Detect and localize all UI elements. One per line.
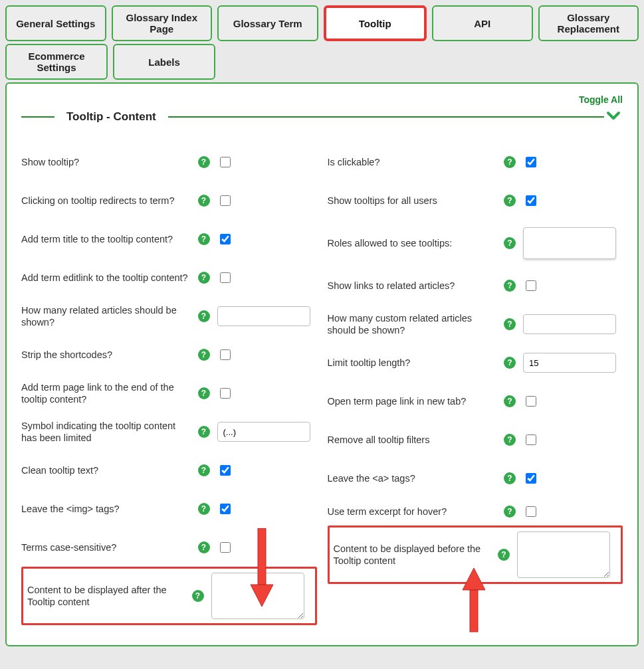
help-icon[interactable]: ?: [504, 357, 516, 369]
label: Add term title to the tooltip content?: [21, 233, 191, 245]
add-pagelink-checkbox[interactable]: [220, 388, 231, 399]
label: Show links to related articles?: [328, 280, 497, 292]
tab-glossary-replacement[interactable]: Glossary Replacement: [538, 5, 639, 41]
tabs-row-2: Ecommerce Settings Labels: [5, 44, 639, 80]
help-icon[interactable]: ?: [198, 503, 210, 515]
help-icon[interactable]: ?: [198, 233, 210, 245]
content-before-textarea[interactable]: [517, 531, 610, 578]
label: Terms case-sensitive?: [21, 541, 191, 553]
limit-length-input[interactable]: [523, 353, 616, 373]
limit-symbol-input[interactable]: [217, 422, 310, 442]
svg-rect-0: [258, 528, 266, 585]
roles-textarea[interactable]: [523, 227, 616, 259]
label: Clicking on tooltip redirects to term?: [21, 195, 191, 207]
help-icon[interactable]: ?: [192, 590, 204, 602]
help-icon[interactable]: ?: [504, 472, 516, 484]
label: Symbol indicating the tooltip content ha…: [21, 420, 191, 444]
help-icon[interactable]: ?: [198, 195, 210, 207]
help-icon[interactable]: ?: [504, 195, 516, 207]
settings-grid: Show tooltip?? Clicking on tooltip redir…: [21, 143, 623, 625]
label: Use term excerpt for hover?: [328, 506, 497, 518]
case-sensitive-checkbox[interactable]: [220, 542, 231, 553]
help-icon[interactable]: ?: [198, 349, 210, 361]
toggle-all-link[interactable]: Toggle All: [21, 94, 623, 105]
svg-rect-5: [470, 590, 478, 632]
related-count-input[interactable]: [217, 306, 310, 326]
label: Add term page link to the end of the too…: [21, 381, 191, 405]
label: Content to be displayed before the Toolt…: [334, 543, 491, 567]
divider: [21, 116, 54, 118]
help-icon[interactable]: ?: [198, 156, 210, 168]
tab-tooltip[interactable]: Tooltip: [324, 5, 427, 41]
label: Show tooltip?: [21, 156, 191, 168]
tab-ecommerce-settings[interactable]: Ecommerce Settings: [5, 44, 108, 80]
help-icon[interactable]: ?: [504, 280, 516, 292]
label: Leave the <a> tags?: [328, 472, 497, 484]
strip-shortcodes-checkbox[interactable]: [220, 349, 231, 360]
tab-labels[interactable]: Labels: [113, 44, 215, 80]
leave-img-checkbox[interactable]: [220, 504, 231, 514]
help-icon[interactable]: ?: [198, 387, 210, 399]
tab-glossary-term[interactable]: Glossary Term: [217, 5, 318, 41]
label: How many related articles should be show…: [21, 304, 191, 328]
label: Open term page link in new tab?: [328, 395, 497, 407]
editlink-checkbox[interactable]: [220, 272, 231, 283]
clickable-checkbox[interactable]: [526, 157, 536, 167]
svg-marker-4: [463, 568, 485, 590]
label: Remove all tooltip filters: [328, 434, 497, 446]
help-icon[interactable]: ?: [504, 395, 516, 407]
tab-general-settings[interactable]: General Settings: [5, 5, 106, 41]
help-icon[interactable]: ?: [198, 464, 210, 476]
label: Show tooltips for all users: [328, 195, 497, 207]
label: Clean tooltip text?: [21, 464, 191, 476]
help-icon[interactable]: ?: [504, 156, 516, 168]
help-icon[interactable]: ?: [498, 549, 510, 561]
custom-related-input[interactable]: [523, 314, 616, 334]
remove-filters-checkbox[interactable]: [526, 434, 536, 445]
help-icon[interactable]: ?: [504, 237, 516, 249]
help-icon[interactable]: ?: [504, 434, 516, 446]
help-icon[interactable]: ?: [504, 506, 516, 518]
tab-api[interactable]: API: [432, 5, 533, 41]
help-icon[interactable]: ?: [198, 310, 210, 322]
help-icon[interactable]: ?: [198, 272, 210, 284]
tabs-row-1: General Settings Glossary Index Page Glo…: [5, 5, 639, 41]
label: Add term editlink to the tooltip content…: [21, 272, 191, 284]
help-icon[interactable]: ?: [504, 318, 516, 330]
help-icon[interactable]: ?: [198, 426, 210, 438]
label: Leave the <img> tags?: [21, 503, 191, 515]
label: How many custom related articles should …: [328, 312, 497, 336]
settings-col-right: Is clickable?? Show tooltips for all use…: [328, 143, 623, 625]
all-users-checkbox[interactable]: [526, 195, 536, 206]
tab-glossary-index-page[interactable]: Glossary Index Page: [112, 5, 213, 41]
label: Is clickable?: [328, 156, 497, 168]
clean-text-checkbox[interactable]: [220, 465, 231, 476]
label: Roles allowed to see tooltips:: [328, 237, 497, 249]
section-header: Tooltip - Content: [21, 108, 623, 126]
help-icon[interactable]: ?: [198, 541, 210, 553]
arrow-down-icon: [249, 528, 275, 608]
arrow-up-icon: [461, 567, 487, 633]
section-title: Tooltip - Content: [54, 110, 168, 124]
label: Limit tooltip length?: [328, 357, 497, 369]
show-tooltip-checkbox[interactable]: [220, 157, 231, 167]
collapse-icon[interactable]: [604, 108, 623, 126]
new-tab-checkbox[interactable]: [526, 396, 536, 407]
excerpt-checkbox[interactable]: [526, 506, 536, 517]
related-links-checkbox[interactable]: [526, 280, 536, 291]
svg-marker-1: [251, 585, 273, 607]
label: Strip the shortcodes?: [21, 349, 191, 361]
add-title-checkbox[interactable]: [220, 234, 231, 244]
settings-panel: Toggle All Tooltip - Content Show toolti…: [5, 82, 639, 646]
label: Content to be displayed after the Toolti…: [27, 584, 185, 608]
divider: [168, 116, 604, 118]
redirect-checkbox[interactable]: [220, 195, 231, 206]
leave-a-checkbox[interactable]: [526, 473, 536, 484]
